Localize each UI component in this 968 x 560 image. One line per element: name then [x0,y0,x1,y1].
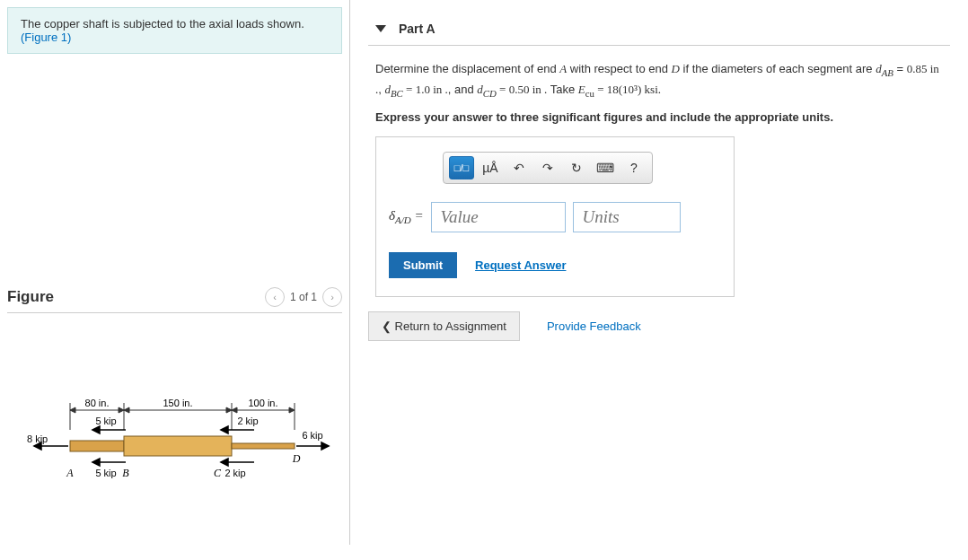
load-b-bot: 5 kip [95,468,116,478]
figure-header: Figure ‹ 1 of 1 › [7,287,342,313]
help-button[interactable]: ? [621,156,647,179]
part-header[interactable]: Part A [368,13,950,46]
pt-b: B [122,467,129,479]
svg-marker-11 [232,407,237,413]
units-symbol-button[interactable]: µÅ [478,156,503,179]
part-label: Part A [399,22,436,36]
load-c-bot: 2 kip [224,468,245,478]
answer-box: □/□ µÅ ↶ ↷ ↻ ⌨ ? δA/D = Submit Request A… [375,136,735,297]
figure-link[interactable]: (Figure 1) [21,31,71,44]
pt-d: D [292,452,301,465]
next-figure-button[interactable]: › [322,287,342,307]
return-button[interactable]: ❮ Return to Assignment [368,311,520,341]
feedback-link[interactable]: Provide Feedback [547,319,641,333]
left-panel: The copper shaft is subjected to the axi… [0,0,350,545]
dim-bc: 150 in. [163,398,192,408]
figure-pager: ‹ 1 of 1 › [265,287,342,307]
load-b-top: 5 kip [95,416,116,426]
chevron-down-icon [375,25,386,32]
svg-rect-15 [232,443,295,449]
keyboard-button[interactable]: ⌨ [593,156,618,179]
problem-statement: The copper shaft is subjected to the axi… [7,7,342,54]
figure-diagram: 80 in. 150 in. 100 in. 8 kip 5 kip 5 kip… [16,394,342,538]
template-button[interactable]: □/□ [449,156,474,179]
problem-text: The copper shaft is subjected to the axi… [21,17,304,31]
undo-button[interactable]: ↶ [506,156,532,179]
question-text: Determine the displacement of end A with… [368,46,950,107]
submit-row: Submit Request Answer [389,252,721,278]
answer-instruction: Express your answer to three significant… [368,107,950,136]
svg-marker-21 [92,459,100,466]
answer-lhs: δA/D = [389,208,424,225]
pager-label: 1 of 1 [290,291,317,303]
pt-c: C [214,467,222,479]
answer-inputs: δA/D = [389,202,721,232]
svg-marker-25 [221,459,228,466]
load-a: 8 kip [27,433,48,444]
pt-a: A [66,467,74,479]
svg-marker-19 [92,426,100,433]
request-answer-link[interactable]: Request Answer [475,258,566,272]
svg-marker-7 [70,407,75,413]
redo-button[interactable]: ↷ [535,156,560,179]
svg-marker-27 [321,442,329,450]
load-d: 6 kip [302,430,322,441]
prev-figure-button[interactable]: ‹ [265,287,285,307]
right-panel: Part A Determine the displacement of end… [350,0,968,545]
svg-marker-9 [124,407,129,413]
svg-marker-23 [221,426,228,433]
svg-rect-14 [124,436,232,456]
answer-toolbar: □/□ µÅ ↶ ↷ ↻ ⌨ ? [443,152,653,184]
load-c-top: 2 kip [237,416,258,426]
dim-cd: 100 in. [248,398,277,408]
svg-rect-13 [70,441,124,451]
units-input[interactable] [573,202,681,232]
value-input[interactable] [431,202,566,232]
footer-row: ❮ Return to Assignment Provide Feedback [368,311,950,341]
reset-button[interactable]: ↻ [564,156,589,179]
submit-button[interactable]: Submit [389,252,457,278]
dim-ab: 80 in. [85,398,110,408]
svg-marker-12 [289,407,295,413]
figure-title: Figure [7,288,54,306]
